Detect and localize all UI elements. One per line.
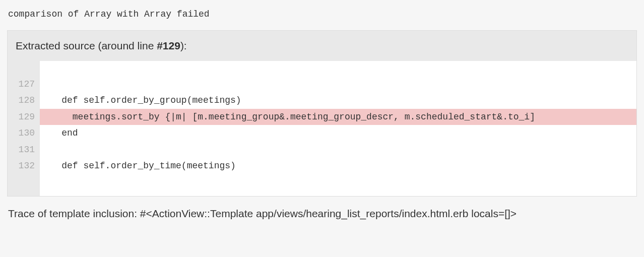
line-number: 127 [8, 61, 40, 92]
line-content: def self.order_by_time(meetings) [40, 158, 636, 196]
source-header-suffix: ): [180, 40, 187, 51]
source-line: 128 def self.order_by_group(meetings) [8, 92, 636, 108]
line-content: meetings.sort_by {|m| [m.meeting_group&.… [40, 109, 636, 125]
source-line: 127 [8, 61, 636, 92]
source-code-table: 127 128 def self.order_by_group(meetings… [8, 61, 636, 196]
line-number: 131 [8, 142, 40, 158]
extracted-source-header: Extracted source (around line #129): [8, 31, 636, 61]
line-number: 132 [8, 158, 40, 196]
source-header-prefix: Extracted source (around line [16, 40, 157, 51]
line-content: end [40, 125, 636, 141]
source-line: 131 [8, 142, 636, 158]
source-header-line: #129 [157, 40, 180, 51]
source-line: 130 end [8, 125, 636, 141]
line-number: 129 [8, 109, 40, 125]
source-line: 132 def self.order_by_time(meetings) [8, 158, 636, 196]
extracted-source-box: Extracted source (around line #129): 127… [7, 30, 637, 197]
line-content: def self.order_by_group(meetings) [40, 92, 636, 108]
line-number: 128 [8, 92, 40, 108]
source-line-highlighted: 129 meetings.sort_by {|m| [m.meeting_gro… [8, 109, 636, 125]
line-content [40, 61, 636, 92]
line-number: 130 [8, 125, 40, 141]
line-content [40, 142, 636, 158]
template-inclusion-trace: Trace of template inclusion: #<ActionVie… [7, 197, 637, 223]
error-message: comparison of Array with Array failed [7, 7, 637, 30]
